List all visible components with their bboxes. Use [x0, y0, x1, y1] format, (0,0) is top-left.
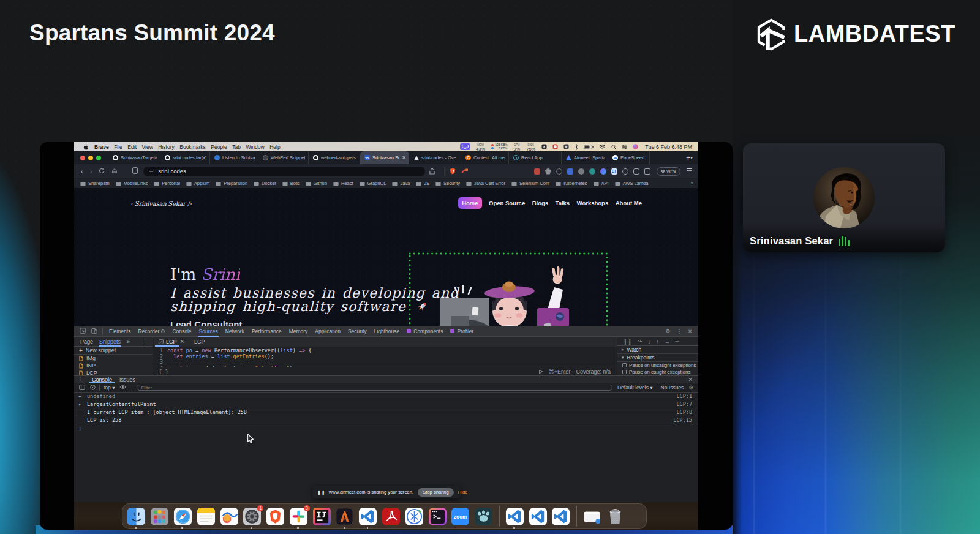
snippet-item[interactable]: IMg	[74, 355, 153, 362]
browser-tab[interactable]: Listen to Srinivasa	[210, 151, 258, 164]
dock-icon-finder[interactable]	[127, 507, 146, 526]
browser-tab[interactable]: Airmeet: Sparta	[562, 151, 608, 164]
code-editor[interactable]: 1const po = new PerformanceObserver((lis…	[154, 348, 617, 367]
menubar-item[interactable]: View	[142, 144, 153, 150]
bookmark-folder[interactable]: Sharepath	[80, 181, 110, 186]
sidebar-tab-page[interactable]: Page	[80, 337, 93, 347]
bluetooth-icon[interactable]	[575, 144, 578, 150]
dock-icon-trash[interactable]	[606, 507, 625, 526]
control-center-icon[interactable]	[622, 145, 627, 149]
menubar-item[interactable]: People	[211, 144, 227, 150]
dock-icon-acrobat[interactable]	[382, 507, 401, 526]
stat-cpu[interactable]: CPU9%	[513, 143, 520, 151]
devtools-tab-recorder[interactable]: Recorder	[134, 326, 168, 337]
brave-rewards-icon[interactable]	[461, 168, 468, 175]
new-snippet-button[interactable]: +New snippet	[74, 347, 153, 355]
devtools-close-icon[interactable]: ✕	[688, 328, 692, 334]
site-nav-item[interactable]: Open Source	[489, 200, 525, 206]
bookmark-folder[interactable]: MobileLinks	[116, 181, 148, 186]
bookmark-folder[interactable]: API	[594, 181, 609, 186]
stat-disk[interactable]: DISK75%	[526, 143, 535, 151]
dock-icon-brave[interactable]	[266, 507, 285, 526]
inspect-icon[interactable]	[80, 328, 86, 335]
menubar-item[interactable]: Bookmarks	[179, 144, 206, 150]
console-prompt[interactable]: ›	[74, 424, 698, 432]
app-status-icon-1[interactable]	[541, 144, 547, 149]
step-into-icon[interactable]: ↓	[648, 339, 651, 345]
zoom-window-button[interactable]	[96, 156, 101, 160]
extension-icon-7[interactable]	[600, 168, 606, 175]
menubar-item[interactable]: Edit	[127, 144, 137, 150]
lambdatest-extension-icon[interactable]: LT	[611, 168, 617, 175]
watch-section[interactable]: ▸Watch	[617, 346, 698, 354]
site-nav-item[interactable]: Blogs	[532, 200, 548, 206]
site-settings-icon[interactable]	[148, 169, 154, 174]
browser-tab[interactable]: CContent: All media	[461, 151, 509, 164]
no-issues-label[interactable]: No Issues	[661, 385, 684, 391]
share-icon[interactable]	[429, 168, 435, 175]
dock-icon-notes[interactable]	[197, 507, 216, 526]
extension-icon-3[interactable]	[556, 168, 562, 175]
participant-tile[interactable]: Srinivasan Sekar	[743, 143, 945, 252]
deactivate-breakpoints-icon[interactable]: ┄	[676, 339, 679, 345]
dock-icon-warp[interactable]	[335, 507, 354, 526]
eye-icon[interactable]	[119, 385, 126, 391]
bookmark-folder[interactable]: Security	[435, 181, 460, 186]
step-over-icon[interactable]: ↷	[638, 339, 643, 345]
bookmark-folder[interactable]: Java Cert Error	[466, 181, 505, 186]
breakpoints-section[interactable]: ▾Breakpoints	[617, 354, 698, 362]
devtools-settings-icon[interactable]: ⚙	[666, 328, 671, 334]
app-status-icon-2[interactable]	[552, 144, 558, 149]
dock-icon-vscode-window-2[interactable]	[529, 507, 548, 526]
format-code-button[interactable]: { }	[159, 369, 168, 375]
devtools-tab-sources[interactable]: Sources	[195, 326, 222, 337]
sidebar-tab-snippets[interactable]: Snippets	[99, 337, 121, 347]
site-nav-item[interactable]: About Me	[616, 200, 642, 206]
issues-tab[interactable]: Issues	[116, 376, 139, 383]
extension-icon-5[interactable]	[578, 168, 584, 175]
browser-tab[interactable]: srini.codes.tar(x)c	[160, 151, 210, 164]
editor-tab-lcp[interactable]: LCP✕	[154, 337, 189, 347]
console-sidebar-icon[interactable]	[79, 385, 85, 391]
dock-icon-safari[interactable]	[173, 507, 192, 526]
bookmark-folder[interactable]: Personal	[154, 181, 180, 186]
screen-sharing-indicator[interactable]	[460, 143, 470, 150]
devtools-tab-elements[interactable]: Elements	[105, 326, 134, 337]
vpn-button[interactable]: VPN	[657, 167, 680, 176]
dock-icon-vscode-window-1[interactable]	[505, 507, 524, 526]
extension-icon-11[interactable]	[644, 168, 650, 175]
menubar-item[interactable]: Help	[270, 144, 280, 150]
dock-icon-minimized-window[interactable]	[582, 507, 601, 526]
close-tab-button[interactable]: ✕	[402, 155, 406, 160]
close-drawer-icon[interactable]: ✕	[688, 377, 693, 383]
pause-uncaught-row[interactable]: Pause on uncaught exceptions	[617, 362, 698, 369]
site-nav-item[interactable]: Talks	[556, 200, 570, 206]
reload-button[interactable]	[99, 168, 105, 175]
close-tab-icon[interactable]: ✕	[180, 339, 185, 345]
wifi-icon[interactable]	[599, 145, 606, 149]
dock-icon-zoom[interactable]: zoom	[451, 507, 470, 526]
extension-icon-10[interactable]	[633, 168, 639, 175]
bookmark-folder[interactable]: Kubernetes	[556, 181, 587, 186]
clear-console-icon[interactable]	[90, 385, 96, 391]
devtools-tab-profiler[interactable]: Profiler	[447, 326, 477, 337]
bookmark-folder[interactable]: GraphQL	[360, 181, 386, 186]
extension-icon-2[interactable]	[545, 168, 551, 175]
devtools-tab-memory[interactable]: Memory	[285, 326, 312, 337]
default-levels-dropdown[interactable]: Default levels ▾	[617, 385, 653, 391]
extension-icon-9[interactable]	[622, 168, 628, 175]
console-tab[interactable]: Console	[88, 376, 116, 383]
address-bar[interactable]: srini.codes	[143, 167, 425, 176]
devtools-tab-lighthouse[interactable]: Lighthouse	[371, 326, 404, 337]
siri-icon[interactable]	[633, 144, 638, 149]
pause-caught-checkbox[interactable]	[622, 370, 627, 374]
sidebar-kebab-icon[interactable]: ⋮	[142, 339, 148, 345]
pause-caught-row[interactable]: Pause on caught exceptions	[617, 369, 698, 375]
sidebar-more-tabs[interactable]: »	[127, 339, 130, 345]
stat-memory[interactable]: MEM43%	[476, 143, 485, 151]
minimize-window-button[interactable]	[88, 156, 93, 160]
bookmark-folder[interactable]: Selenium Conf	[511, 181, 549, 186]
devtools-tab-security[interactable]: Security	[344, 326, 371, 337]
console-context-selector[interactable]: top ▾	[104, 385, 115, 391]
step-icon[interactable]: →	[665, 339, 670, 345]
